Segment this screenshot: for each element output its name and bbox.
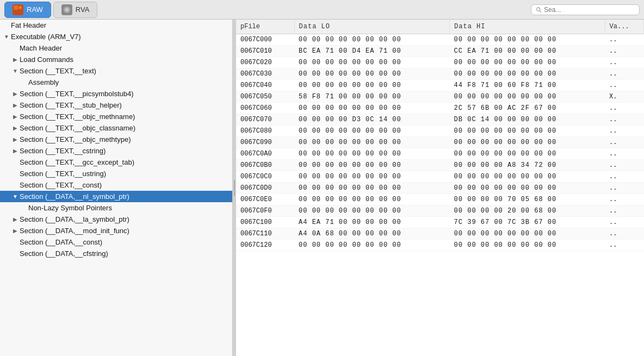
disclosure-load-commands: ▶ xyxy=(11,57,20,63)
toolbar: RAW RVA xyxy=(0,0,644,20)
cell-addr: 0067C110 xyxy=(236,228,294,240)
sidebar-item-non-lazy-symbol-pointers[interactable]: Non-Lazy Symbol Pointers xyxy=(0,202,232,214)
label-section-text-stub-helper: Section (__TEXT,__stub_helper) xyxy=(20,101,228,109)
cell-data-hi: 00 00 00 00 00 00 00 00 xyxy=(450,228,605,240)
cell-data-hi: 2C 57 6B 00 AC 2F 67 00 xyxy=(450,103,605,114)
cell-val: .. xyxy=(605,68,643,80)
cell-addr: 0067C010 xyxy=(236,46,294,57)
label-section-text-ustring: Section (__TEXT,__ustring) xyxy=(20,170,228,178)
disclosure-section-text-cstring: ▶ xyxy=(11,148,20,154)
sidebar-item-section-text-text[interactable]: ▼Section (__TEXT,__text) xyxy=(0,65,232,77)
cell-data-hi: 00 00 00 00 00 00 00 00 xyxy=(450,57,605,68)
sidebar-item-section-text-stub-helper[interactable]: ▶Section (__TEXT,__stub_helper) xyxy=(0,99,232,111)
sidebar-item-assembly[interactable]: Assembly xyxy=(0,77,232,88)
label-non-lazy-symbol-pointers: Non-Lazy Symbol Pointers xyxy=(28,204,228,212)
raw-tab-icon xyxy=(13,4,23,15)
cell-addr: 0067C070 xyxy=(236,114,294,126)
label-mach-header: Mach Header xyxy=(20,44,228,52)
sidebar-item-section-text-picsymbolstub4[interactable]: ▶Section (__TEXT,__picsymbolstub4) xyxy=(0,88,232,99)
table-row[interactable]: 0067C0C000 00 00 00 00 00 00 0000 00 00 … xyxy=(236,171,644,183)
tab-raw-button[interactable]: RAW xyxy=(4,2,51,18)
cell-data-hi: 00 00 00 00 00 00 00 00 xyxy=(450,68,605,80)
cell-addr: 0067C030 xyxy=(236,68,294,80)
table-row[interactable]: 0067C0A000 00 00 00 00 00 00 0000 00 00 … xyxy=(236,148,644,160)
sidebar-item-section-data-la-symbol-ptr[interactable]: ▶Section (__DATA,__la_symbol_ptr) xyxy=(0,214,232,225)
search-input[interactable] xyxy=(544,6,635,14)
sidebar-item-section-text-objc-methtype[interactable]: ▶Section (__TEXT,__objc_methtype) xyxy=(0,134,232,145)
cell-data-hi: 00 00 00 00 00 00 00 00 xyxy=(450,34,605,46)
table-row[interactable]: 0067C100A4 EA 71 00 00 00 00 007C 39 67 … xyxy=(236,217,644,228)
sidebar-item-section-data-cfstring[interactable]: Section (__DATA,__cfstring) xyxy=(0,248,232,259)
cell-addr: 0067C050 xyxy=(236,91,294,103)
cell-data-hi: DB 0C 14 00 00 00 00 00 xyxy=(450,114,605,126)
cell-val: .. xyxy=(605,148,643,160)
cell-addr: 0067C090 xyxy=(236,137,294,148)
sidebar-item-mach-header[interactable]: Mach Header xyxy=(0,42,232,54)
label-section-data-cfstring: Section (__DATA,__cfstring) xyxy=(20,249,228,258)
table-row[interactable]: 0067C02000 00 00 00 00 00 00 0000 00 00 … xyxy=(236,57,644,68)
sidebar-item-section-data-nl-symbol-ptr[interactable]: ▼Section (__DATA,__nl_symbol_ptr) xyxy=(0,191,232,202)
sidebar-item-section-text-ustring[interactable]: Section (__TEXT,__ustring) xyxy=(0,168,232,179)
disclosure-section-text-stub-helper: ▶ xyxy=(11,102,20,108)
disclosure-executable-arm: ▼ xyxy=(2,34,11,40)
cell-val: .. xyxy=(605,160,643,171)
cell-val: .. xyxy=(605,228,643,240)
sidebar-item-section-text-const[interactable]: Section (__TEXT,__const) xyxy=(0,179,232,191)
sidebar-item-section-data-const[interactable]: Section (__DATA,__const) xyxy=(0,236,232,248)
sidebar-item-fat-header[interactable]: Fat Header xyxy=(0,20,232,31)
table-row[interactable]: 0067C07000 00 00 00 D3 0C 14 00DB 0C 14 … xyxy=(236,114,644,126)
sidebar-item-section-text-objc-methname[interactable]: ▶Section (__TEXT,__objc_methname) xyxy=(0,111,232,122)
table-row[interactable]: 0067C05058 F8 71 00 00 00 00 0000 00 00 … xyxy=(236,91,644,103)
sidebar-item-section-text-cstring[interactable]: ▶Section (__TEXT,__cstring) xyxy=(0,145,232,157)
table-row[interactable]: 0067C0F000 00 00 00 00 00 00 0000 00 00 … xyxy=(236,205,644,217)
cell-data-lo: 00 00 00 00 00 00 00 00 xyxy=(294,34,450,46)
hex-view[interactable]: pFile Data LO Data HI Va... 0067C00000 0… xyxy=(236,20,644,356)
col-pfile-header: pFile xyxy=(236,20,294,34)
table-row[interactable]: 0067C06000 00 00 00 00 00 00 002C 57 6B … xyxy=(236,103,644,114)
sidebar-item-load-commands[interactable]: ▶Load Commands xyxy=(0,54,232,65)
cell-data-hi: 00 00 00 00 70 05 68 00 xyxy=(450,194,605,205)
label-assembly: Assembly xyxy=(28,78,228,86)
cell-val: .. xyxy=(605,80,643,91)
cell-addr: 0067C040 xyxy=(236,80,294,91)
search-icon xyxy=(536,7,542,13)
hex-table-body: 0067C00000 00 00 00 00 00 00 0000 00 00 … xyxy=(236,34,644,251)
label-section-text-objc-methname: Section (__TEXT,__objc_methname) xyxy=(20,113,228,121)
sidebar-item-executable-arm[interactable]: ▼Executable (ARM_V7) xyxy=(0,31,232,42)
sidebar-item-section-data-mod-init-func[interactable]: ▶Section (__DATA,__mod_init_func) xyxy=(0,225,232,236)
cell-data-lo: 00 00 00 00 00 00 00 00 xyxy=(294,194,450,205)
disclosure-section-text-objc-classname: ▶ xyxy=(11,125,20,131)
cell-data-lo: 00 00 00 00 00 00 00 00 xyxy=(294,103,450,114)
table-row[interactable]: 0067C00000 00 00 00 00 00 00 0000 00 00 … xyxy=(236,34,644,46)
table-row[interactable]: 0067C08000 00 00 00 00 00 00 0000 00 00 … xyxy=(236,126,644,137)
cell-val: .. xyxy=(605,194,643,205)
cell-addr: 0067C0C0 xyxy=(236,171,294,183)
label-section-text-gcc-except-tab: Section (__TEXT,__gcc_except_tab) xyxy=(20,158,228,166)
hex-table-header: pFile Data LO Data HI Va... xyxy=(236,20,644,34)
cell-val: .. xyxy=(605,183,643,194)
label-section-text-objc-classname: Section (__TEXT,__objc_classname) xyxy=(20,124,228,132)
col-data-hi-header: Data HI xyxy=(450,20,605,34)
cell-addr: 0067C0D0 xyxy=(236,183,294,194)
cell-data-lo: 00 00 00 00 00 00 00 00 xyxy=(294,205,450,217)
table-row[interactable]: 0067C04000 00 00 00 00 00 00 0044 F8 71 … xyxy=(236,80,644,91)
table-row[interactable]: 0067C0E000 00 00 00 00 00 00 0000 00 00 … xyxy=(236,194,644,205)
cell-data-hi: 00 00 00 00 00 00 00 00 xyxy=(450,126,605,137)
cell-data-lo: 00 00 00 00 00 00 00 00 xyxy=(294,137,450,148)
table-row[interactable]: 0067C12000 00 00 00 00 00 00 0000 00 00 … xyxy=(236,240,644,251)
rva-tab-icon xyxy=(61,4,72,15)
svg-line-8 xyxy=(540,10,541,12)
disclosure-section-text-objc-methtype: ▶ xyxy=(11,136,20,142)
sidebar-item-section-text-objc-classname[interactable]: ▶Section (__TEXT,__objc_classname) xyxy=(0,122,232,134)
tab-rva-button[interactable]: RVA xyxy=(53,2,98,18)
table-row[interactable]: 0067C0D000 00 00 00 00 00 00 0000 00 00 … xyxy=(236,183,644,194)
cell-val: .. xyxy=(605,217,643,228)
search-box[interactable] xyxy=(531,4,640,15)
table-row[interactable]: 0067C110A4 0A 68 00 00 00 00 0000 00 00 … xyxy=(236,228,644,240)
table-row[interactable]: 0067C03000 00 00 00 00 00 00 0000 00 00 … xyxy=(236,68,644,80)
table-row[interactable]: 0067C0B000 00 00 00 00 00 00 0000 00 00 … xyxy=(236,160,644,171)
label-section-text-objc-methtype: Section (__TEXT,__objc_methtype) xyxy=(20,135,228,143)
sidebar-item-section-text-gcc-except-tab[interactable]: Section (__TEXT,__gcc_except_tab) xyxy=(0,157,232,168)
table-row[interactable]: 0067C09000 00 00 00 00 00 00 0000 00 00 … xyxy=(236,137,644,148)
table-row[interactable]: 0067C010BC EA 71 00 D4 EA 71 00CC EA 71 … xyxy=(236,46,644,57)
